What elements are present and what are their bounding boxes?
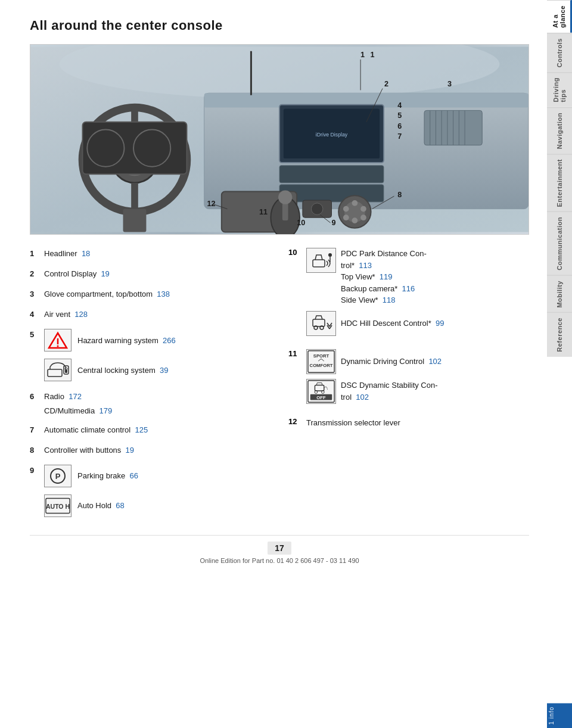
hdc-icon [306,311,336,336]
topview-link[interactable]: 119 [380,272,393,281]
item-7-link[interactable]: 125 [135,425,148,434]
ddc-icon: SPORT COMFORT [306,349,336,374]
item-9-row: 9 P Parking brake 66 [30,465,271,521]
svg-text:P: P [55,472,61,481]
sidebar-tab-navigation[interactable]: Navigation [547,107,572,154]
autoh-icon-row: AUTO H Auto Hold 68 [44,494,138,518]
item-6-sub: CD/Multimedia 179 [44,405,271,417]
item-12-number: 12 [288,417,301,426]
item-6-row: 6 Radio 172 CD/Multimedia 179 [30,391,271,418]
svg-rect-20 [250,51,251,95]
item-10-row: 10 [288,248,529,336]
hazard-icon [44,329,72,351]
item-5-number: 5 [30,329,41,341]
dsc-link[interactable]: 102 [356,393,369,402]
item-9-number: 9 [30,465,41,477]
svg-text:7: 7 [397,132,402,141]
ddc-description: Dynamic Driving Control 102 [341,356,442,368]
svg-point-65 [57,346,59,347]
left-column: 1 Headliner 18 2 Control Display 19 3 Gl… [30,248,271,523]
ddc-link[interactable]: 102 [428,357,442,366]
item-3-number: 3 [30,288,41,300]
lock-icon [44,359,72,381]
item-8-link[interactable]: 19 [126,446,134,455]
main-content: All around the center console [0,0,547,728]
item-3-text: Glove compartment, top/bottom 138 [44,288,271,300]
svg-text:5: 5 [397,111,402,120]
svg-text:1: 1 [371,51,375,59]
item-4-number: 4 [30,309,41,321]
item-2-number: 2 [30,268,41,280]
svg-text:6: 6 [397,122,402,130]
svg-rect-76 [313,319,325,326]
svg-point-39 [360,206,366,212]
svg-rect-11 [123,209,147,232]
page-footer: 17 Online Edition for Part no. 01 40 2 6… [30,535,529,567]
svg-text:9: 9 [331,219,335,227]
svg-rect-74 [313,260,325,267]
hazard-description: Hazard warning system 266 [77,335,176,346]
lock-link[interactable]: 39 [160,366,168,375]
svg-point-45 [311,203,322,214]
item-12-row: 12 Transmission selector lever [288,417,529,429]
sidebar-tab-at-a-glance[interactable]: At a glance [547,0,572,33]
page-title: All around the center console [30,18,529,33]
right-column: 10 [288,248,529,523]
item-7-text: Automatic climate control 125 [44,424,271,436]
item-4-link[interactable]: 128 [74,310,88,319]
hdc-link[interactable]: 99 [436,319,444,328]
svg-line-85 [318,359,321,361]
item-8-number: 8 [30,444,41,456]
sidebar-tab-driving-tips[interactable]: Driving tips [547,72,572,107]
svg-point-35 [278,191,292,204]
pdc-link[interactable]: 113 [359,261,372,270]
svg-text:11: 11 [259,208,268,216]
svg-text:OFF: OFF [316,395,326,400]
svg-point-43 [343,206,349,212]
svg-point-40 [360,214,366,220]
autoh-icon: AUTO H [44,494,72,517]
sidebar-tabs: At a glance Controls Driving tips Naviga… [547,0,572,357]
svg-text:1: 1 [360,51,365,59]
sidebar-tab-controls[interactable]: Controls [547,33,572,72]
svg-text:8: 8 [397,191,402,199]
svg-rect-91 [315,385,324,391]
svg-text:iDrive Display: iDrive Display [316,132,348,138]
item-1-link[interactable]: 18 [82,249,90,258]
lock-description: Central locking system 39 [77,365,168,376]
svg-point-41 [352,217,358,223]
svg-rect-66 [48,369,62,377]
item-11-number: 11 [288,349,301,358]
sidebar-tab-mobility[interactable]: Mobility [547,275,572,313]
svg-text:COMFORT: COMFORT [310,362,333,368]
sidebar-tab-entertainment[interactable]: Entertainment [547,154,572,211]
item-2-text: Control Display 19 [44,268,271,280]
page-number: 17 [268,542,291,555]
item-3-row: 3 Glove compartment, top/bottom 138 [30,288,271,303]
parking-link[interactable]: 66 [129,471,138,480]
hazard-link[interactable]: 266 [163,336,176,345]
backup-link[interactable]: 116 [402,284,415,293]
svg-text:2: 2 [384,80,388,88]
info-badge[interactable]: 1 info [547,703,572,728]
item-2-link[interactable]: 19 [101,269,109,278]
sidebar-tab-communication[interactable]: Communication [547,211,572,275]
autoh-link[interactable]: 68 [116,501,124,510]
autoh-description: Auto Hold 68 [77,500,125,511]
parking-description: Parking brake 66 [77,471,138,481]
parking-icon: P [44,465,72,487]
item-1-number: 1 [30,248,41,260]
sidebar-tab-reference[interactable]: Reference [547,312,572,357]
hazard-icon-row: Hazard warning system 266 [44,329,176,353]
item-6-link[interactable]: 172 [69,392,82,401]
item-6-sub-link[interactable]: 179 [99,406,112,415]
item-10-number: 10 [288,248,301,257]
svg-text:3: 3 [447,80,452,88]
item-3-link[interactable]: 138 [157,290,170,298]
item-2-row: 2 Control Display 19 [30,268,271,282]
dsc-description: DSC Dynamic Stability Con-trol 102 [341,379,438,403]
item-8-row: 8 Controller with buttons 19 [30,444,271,459]
item-7-number: 7 [30,424,41,436]
sideview-link[interactable]: 118 [383,295,396,304]
item-1-text: Headliner 18 [44,248,271,260]
